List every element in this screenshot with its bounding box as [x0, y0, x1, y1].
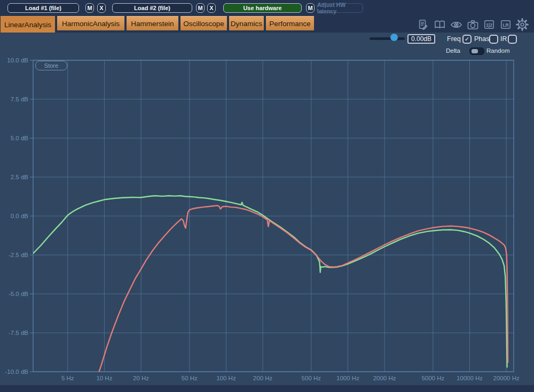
- camera-icon[interactable]: [466, 18, 479, 31]
- svg-text:5 Hz: 5 Hz: [61, 375, 74, 381]
- svg-text:7.5 dB: 7.5 dB: [11, 96, 29, 102]
- svg-text:10.0 dB: 10.0 dB: [7, 57, 28, 63]
- gain-slider-handle[interactable]: [390, 34, 398, 41]
- top-toolbar: Load #1 (file) M X Load #2 (file) M X Us…: [0, 0, 534, 16]
- svg-text:10000 Hz: 10000 Hz: [457, 375, 483, 381]
- close-1-button[interactable]: X: [97, 3, 106, 13]
- freq-label: Freq: [447, 35, 461, 44]
- svg-text:0.0 dB: 0.0 dB: [11, 213, 29, 219]
- svg-text:10 Hz: 10 Hz: [96, 375, 112, 381]
- mute-1-button[interactable]: M: [85, 3, 94, 13]
- delta-random-toggle[interactable]: [469, 47, 484, 55]
- notes-icon[interactable]: [417, 18, 429, 31]
- svg-text:2000 Hz: 2000 Hz: [373, 375, 396, 381]
- load-plugin-1-button[interactable]: Load #1 (file): [7, 3, 79, 13]
- bottom-bar: [0, 385, 534, 392]
- ir-label: IR: [500, 35, 507, 44]
- svg-text:-10.0 dB: -10.0 dB: [5, 369, 29, 375]
- adjust-hw-latency-button[interactable]: Adjust HW latency: [317, 3, 363, 13]
- tab-dynamics[interactable]: Dynamics: [229, 16, 264, 30]
- tab-performance[interactable]: Performance: [266, 16, 314, 30]
- svg-text:100 Hz: 100 Hz: [216, 375, 236, 381]
- svg-text:5.0 dB: 5.0 dB: [11, 135, 29, 141]
- channel-select-icon[interactable]: 1|2: [483, 18, 496, 31]
- tab-oscilloscope[interactable]: Oscilloscope: [180, 16, 227, 30]
- svg-text:50 Hz: 50 Hz: [182, 375, 198, 381]
- tab-harmonic-analysis[interactable]: HarmonicAnalysis: [57, 16, 124, 30]
- load-plugin-2-button[interactable]: Load #2 (file): [112, 3, 192, 13]
- plugindoctor-window: Load #1 (file) M X Load #2 (file) M X Us…: [0, 0, 534, 392]
- delta-label: Delta: [446, 47, 460, 54]
- svg-text:1000 Hz: 1000 Hz: [336, 375, 359, 381]
- frequency-response-plot: 10.0 dB7.5 dB5.0 dB2.5 dB0.0 dB-2.5 dB-5…: [0, 33, 534, 385]
- lr-icon[interactable]: LR: [499, 18, 512, 31]
- eye-icon[interactable]: [450, 18, 462, 31]
- svg-text:-2.5 dB: -2.5 dB: [9, 252, 28, 258]
- tab-linear-analysis[interactable]: LinearAnalysis: [1, 16, 55, 33]
- chart-panel: 10.0 dB7.5 dB5.0 dB2.5 dB0.0 dB-2.5 dB-5…: [0, 33, 534, 385]
- gain-slider[interactable]: [370, 37, 405, 40]
- svg-text:20 Hz: 20 Hz: [133, 375, 149, 381]
- tab-bar: LinearAnalysis HarmonicAnalysis Hammerst…: [0, 16, 534, 33]
- toggle-knob: [472, 49, 478, 53]
- svg-text:-7.5 dB: -7.5 dB: [9, 330, 28, 336]
- svg-text:1|2: 1|2: [486, 22, 492, 28]
- checkmark-icon: ✓: [465, 36, 469, 43]
- use-hardware-button[interactable]: Use hardware: [223, 3, 302, 13]
- manual-icon[interactable]: [433, 18, 446, 31]
- ir-checkbox[interactable]: [508, 35, 517, 44]
- svg-text:LR: LR: [502, 22, 509, 28]
- svg-text:20000 Hz: 20000 Hz: [493, 375, 520, 381]
- mute-2-button[interactable]: M: [196, 3, 205, 13]
- phase-checkbox[interactable]: [489, 35, 498, 44]
- svg-text:5000 Hz: 5000 Hz: [421, 375, 444, 381]
- tabs: LinearAnalysis HarmonicAnalysis Hammerst…: [1, 16, 314, 33]
- toolbar-icons: 1|2 LR: [417, 18, 529, 31]
- close-2-button[interactable]: X: [207, 3, 216, 13]
- svg-text:200 Hz: 200 Hz: [253, 375, 273, 381]
- svg-text:-5.0 dB: -5.0 dB: [9, 291, 28, 297]
- svg-text:500 Hz: 500 Hz: [302, 375, 321, 381]
- gain-value-field[interactable]: 0.00dB: [407, 34, 435, 44]
- mute-hw-button[interactable]: M: [306, 3, 315, 13]
- store-button[interactable]: Store: [35, 61, 67, 70]
- random-label: Random: [486, 47, 509, 54]
- settings-icon[interactable]: [516, 18, 529, 31]
- freq-checkbox[interactable]: ✓: [462, 35, 472, 44]
- svg-text:2.5 dB: 2.5 dB: [11, 174, 29, 180]
- tab-hammerstein[interactable]: Hammerstein: [127, 16, 178, 30]
